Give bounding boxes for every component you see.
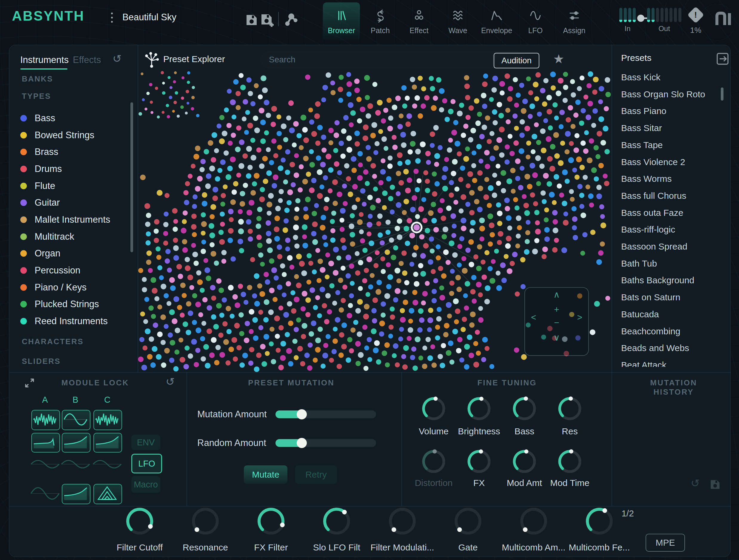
module-lock-reset-icon[interactable]: ↺ xyxy=(166,377,175,387)
preset-item[interactable]: Beat Attack xyxy=(621,360,726,367)
tab-assign[interactable]: Assign xyxy=(556,2,593,41)
mutate-button[interactable]: Mutate xyxy=(244,465,287,484)
module-cell-triangle[interactable] xyxy=(94,484,122,504)
preset-item[interactable]: Bass Piano xyxy=(621,106,726,116)
type-item-flute[interactable]: Flute xyxy=(20,181,55,191)
slo-lfo-filt-knob[interactable] xyxy=(320,505,353,539)
bass-knob[interactable] xyxy=(510,394,539,424)
preset-item[interactable]: Bass Organ Slo Roto xyxy=(621,89,726,99)
brightness-knob[interactable] xyxy=(465,394,493,424)
module-lock-lfo-button[interactable]: LFO xyxy=(131,454,162,473)
module-cell-env-decay[interactable] xyxy=(31,433,60,452)
random-amount-slider[interactable] xyxy=(276,439,376,447)
retry-button[interactable]: Retry xyxy=(295,465,337,484)
preset-item[interactable]: Beads and Webs xyxy=(621,343,726,353)
type-item-percussion[interactable]: Percussion xyxy=(20,265,80,276)
filter-modulati--knob[interactable] xyxy=(386,505,419,539)
pan-up-button[interactable]: ∧ xyxy=(553,290,560,299)
preset-item[interactable]: Bats on Saturn xyxy=(621,292,726,302)
module-cell-sine-dim[interactable] xyxy=(60,458,91,470)
multicomb-fe--knob[interactable] xyxy=(583,505,616,539)
section-characters[interactable]: CHARACTERS xyxy=(22,337,84,346)
type-item-drums[interactable]: Drums xyxy=(20,164,62,174)
type-item-guitar[interactable]: Guitar xyxy=(20,197,60,208)
sidebar-scrollbar[interactable] xyxy=(130,102,133,252)
preset-item[interactable]: Bath Tub xyxy=(621,259,726,269)
module-cell-env-rise[interactable] xyxy=(62,484,91,504)
section-types[interactable]: TYPES xyxy=(22,92,51,101)
preset-item[interactable]: Bass Worms xyxy=(621,174,726,184)
resonance-knob[interactable] xyxy=(189,505,222,539)
zoom-out-button[interactable]: − xyxy=(554,318,559,327)
type-item-organ[interactable]: Organ xyxy=(20,248,60,259)
pan-right-button[interactable]: > xyxy=(577,313,582,322)
type-item-brass[interactable]: Brass xyxy=(20,147,58,157)
module-cell-sine-dim[interactable] xyxy=(29,484,60,503)
type-item-mallet-instruments[interactable]: Mallet Instruments xyxy=(20,214,110,225)
preset-item[interactable]: Batucada xyxy=(621,309,726,319)
fx-filter-knob[interactable] xyxy=(255,505,287,539)
res-knob[interactable] xyxy=(556,394,584,424)
filter-cutoff-knob[interactable] xyxy=(123,505,156,539)
section-sliders[interactable]: SLIDERS xyxy=(22,357,60,366)
history-save-icon[interactable] xyxy=(709,478,721,492)
sidebar-reset-icon[interactable]: ↺ xyxy=(113,53,122,64)
sidebar-tab-effects[interactable]: Effects xyxy=(73,54,101,65)
macro-page-indicator[interactable]: 1/2 xyxy=(617,508,638,519)
audition-button[interactable]: Audition xyxy=(494,53,539,68)
type-item-reed-instruments[interactable]: Reed Instruments xyxy=(20,316,108,326)
volume-knob[interactable] xyxy=(419,394,448,424)
pan-down-button[interactable]: ∨ xyxy=(553,333,560,342)
menu-dots-icon[interactable] xyxy=(111,13,113,23)
preset-item[interactable]: Bass Tape xyxy=(621,140,726,150)
favorite-star-icon[interactable]: ★ xyxy=(553,52,564,66)
module-cell-noise[interactable] xyxy=(94,410,122,430)
preset-item[interactable]: Bass outa Faze xyxy=(621,208,726,218)
mpe-button[interactable]: MPE xyxy=(645,534,685,552)
tab-effect[interactable]: Effect xyxy=(401,2,438,41)
type-item-multitrack[interactable]: Multitrack xyxy=(20,231,74,242)
tab-browser[interactable]: Browser xyxy=(323,2,360,41)
module-lock-env-button[interactable]: ENV xyxy=(131,435,160,450)
tab-wave[interactable]: Wave xyxy=(439,2,476,41)
save-as-icon[interactable] xyxy=(260,13,276,29)
preset-item[interactable]: Bass Sitar xyxy=(621,123,726,133)
tab-envelope[interactable]: Envelope xyxy=(478,2,515,41)
module-cell-noise[interactable] xyxy=(31,410,60,430)
type-item-piano-keys[interactable]: Piano / Keys xyxy=(20,282,87,293)
preset-item[interactable]: Baths Background xyxy=(621,275,726,285)
preset-item[interactable]: Beachcombing xyxy=(621,326,726,336)
zoom-in-button[interactable]: + xyxy=(554,305,559,314)
randomize-molecule-icon[interactable] xyxy=(283,12,298,29)
preset-item[interactable]: Bass Violence 2 xyxy=(621,157,726,167)
sidebar-tab-instruments[interactable]: Instruments xyxy=(20,54,68,65)
save-icon[interactable] xyxy=(245,13,259,28)
tab-lfo[interactable]: LFO xyxy=(517,2,554,41)
presets-scrollbar[interactable] xyxy=(721,88,724,101)
history-reset-icon[interactable]: ↺ xyxy=(691,478,700,488)
module-cell-sine[interactable] xyxy=(62,410,91,430)
mutation-amount-slider[interactable] xyxy=(276,410,376,418)
mod-time-knob[interactable] xyxy=(556,447,584,477)
module-cell-env-rise[interactable] xyxy=(62,433,91,452)
fx-knob[interactable] xyxy=(465,447,493,477)
preset-item[interactable]: Bass Kick xyxy=(621,72,726,83)
module-cell-env-rise[interactable] xyxy=(94,433,122,452)
module-cell-sine-dim[interactable] xyxy=(92,458,123,470)
tab-patch[interactable]: Patch xyxy=(362,2,399,41)
preset-item[interactable]: Bass full Chorus xyxy=(621,191,726,201)
preset-item[interactable]: Bassoon Spread xyxy=(621,242,726,252)
gate-knob[interactable] xyxy=(452,505,484,539)
module-lock-macro-button[interactable]: Macro xyxy=(131,476,160,493)
preset-item[interactable]: Bass-riff-logic xyxy=(621,225,726,235)
pan-left-button[interactable]: < xyxy=(531,313,536,322)
expand-icon[interactable] xyxy=(24,378,35,390)
type-item-bowed-strings[interactable]: Bowed Strings xyxy=(20,130,94,141)
multicomb-am--knob[interactable] xyxy=(517,505,550,539)
type-item-bass[interactable]: Bass xyxy=(20,113,55,124)
mod-amt-knob[interactable] xyxy=(510,447,539,477)
distortion-knob[interactable] xyxy=(419,447,448,477)
section-banks[interactable]: BANKS xyxy=(22,74,53,84)
type-item-plucked-strings[interactable]: Plucked Strings xyxy=(20,299,99,309)
module-cell-sine-dim[interactable] xyxy=(29,458,60,470)
